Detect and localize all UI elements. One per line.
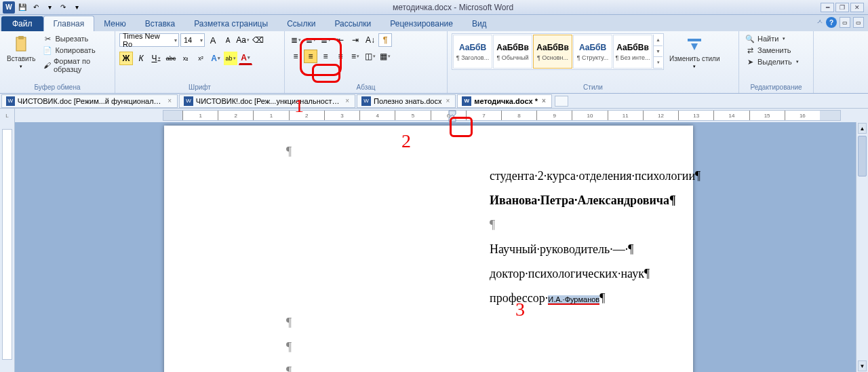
tab-view[interactable]: Вид — [462, 16, 496, 31]
borders-icon[interactable]: ▦ — [378, 50, 392, 63]
save-icon[interactable]: 💾 — [16, 1, 28, 14]
minimize-ribbon-icon[interactable]: ㅅ — [816, 17, 823, 28]
change-styles-icon — [685, 35, 704, 54]
styles-gallery[interactable]: АаБбВ¶ Заголов... АаБбВв¶ Обычный АаБбВв… — [452, 33, 664, 70]
tab-menu[interactable]: Меню — [94, 16, 135, 31]
vertical-ruler[interactable] — [0, 122, 15, 372]
align-center-icon[interactable]: ≡ — [304, 50, 317, 63]
ribbon-options-icon[interactable]: ▭ — [840, 17, 850, 28]
change-styles-button[interactable]: Изменить стили ▾ — [667, 33, 722, 71]
tab-layout[interactable]: Разметка страницы — [184, 16, 277, 31]
indent-marker-icon[interactable] — [448, 110, 456, 122]
style-preview: АаБбВ — [459, 43, 486, 52]
close-icon[interactable]: × — [540, 97, 547, 105]
format-painter-button[interactable]: 🖌Формат по образцу — [41, 56, 111, 74]
superscript-button[interactable]: x² — [194, 52, 208, 65]
highlight-icon[interactable]: ab — [224, 52, 237, 65]
doc-tab-label: методичка.docx * — [474, 97, 538, 105]
close-icon[interactable]: × — [444, 97, 451, 105]
file-tab[interactable]: Файл — [1, 16, 43, 31]
help-icon[interactable]: ? — [826, 17, 837, 28]
italic-button[interactable]: К — [134, 52, 148, 65]
undo-icon[interactable]: ↶ — [30, 1, 42, 14]
gallery-down-icon[interactable]: ▼ — [654, 46, 663, 58]
bullets-icon[interactable]: ≣ — [289, 33, 302, 47]
group-font: Times New Ro 14 A A Aa ⌫ Ж К Ч abc x₂ x²… — [115, 31, 285, 93]
qat-more-icon[interactable]: ▾ — [71, 1, 83, 14]
format-label: Формат по образцу — [54, 57, 108, 73]
align-right-icon[interactable]: ≡ — [319, 50, 332, 63]
font-size-combo[interactable]: 14 — [180, 33, 205, 47]
pilcrow-icon[interactable]: ¶ — [378, 33, 392, 47]
grow-font-icon[interactable]: A — [206, 33, 220, 47]
multilevel-icon[interactable]: ≣ — [319, 33, 332, 47]
group-clipboard: Вставить ▾ ✂Вырезать 📄Копировать 🖌Формат… — [0, 31, 115, 93]
tab-home[interactable]: Главная — [43, 16, 95, 31]
change-case-icon[interactable]: Aa — [236, 33, 250, 47]
text-effects-icon[interactable]: A — [209, 52, 222, 65]
sort-icon[interactable]: A↓ — [363, 33, 377, 47]
underline-button[interactable]: Ч — [149, 52, 163, 65]
doc-tab[interactable]: WЧИСТОВИК!.doc [Реж...ункциональности] *… — [179, 94, 355, 108]
style-structure[interactable]: АаБбВ¶ Структу... — [573, 35, 612, 69]
minimize-button[interactable]: ━ — [821, 3, 834, 12]
page[interactable]: ¶студента·2·курса·отделения·психологии¶И… — [164, 126, 693, 372]
gallery-up-icon[interactable]: ▲ — [654, 35, 663, 46]
qat-dropdown-icon[interactable]: ▾ — [43, 1, 56, 14]
horizontal-ruler[interactable]: 1212345678910111213141516 — [163, 110, 841, 121]
shrink-font-icon[interactable]: A — [221, 33, 235, 47]
clear-format-icon[interactable]: ⌫ — [251, 33, 264, 47]
line-spacing-icon[interactable]: ≡ — [349, 50, 362, 63]
tab-mailings[interactable]: Рассылки — [325, 16, 380, 31]
new-doc-tab-icon[interactable] — [555, 96, 568, 107]
scroll-up-icon[interactable]: ▲ — [858, 123, 867, 134]
font-color-icon[interactable]: A — [239, 52, 252, 65]
style-heading[interactable]: АаБбВ¶ Заголов... — [453, 35, 492, 69]
style-preview: АаБбВв — [496, 43, 529, 52]
style-preview: АаБбВ — [579, 43, 606, 52]
scroll-down-icon[interactable]: ▼ — [858, 360, 867, 371]
subscript-button[interactable]: x₂ — [179, 52, 193, 65]
restore-button[interactable]: ❐ — [835, 3, 849, 12]
ribbon-options2-icon[interactable]: ▭ — [853, 17, 864, 28]
tab-references[interactable]: Ссылки — [277, 16, 325, 31]
align-left-icon[interactable]: ≡ — [289, 50, 302, 63]
quick-access-toolbar: W 💾 ↶ ▾ ↷ ▾ — [0, 1, 85, 14]
find-button[interactable]: 🔍Найти▾ — [743, 33, 801, 44]
gallery-scroll[interactable]: ▲▼▾ — [653, 35, 663, 69]
replace-button[interactable]: ⇄Заменить — [743, 45, 801, 56]
decrease-indent-icon[interactable]: ⇤ — [334, 33, 347, 47]
style-preview: АаБбВв — [616, 43, 649, 52]
bold-button[interactable]: Ж — [119, 52, 133, 65]
style-normal[interactable]: АаБбВв¶ Обычный — [493, 35, 532, 69]
shading-icon[interactable]: ◫ — [363, 50, 377, 63]
doc-tab[interactable]: WПолезно знать.docx× — [357, 94, 456, 108]
ruler-corner-icon[interactable]: L — [0, 109, 15, 122]
vertical-scrollbar[interactable]: ▲ ▼ — [856, 122, 868, 372]
style-nospacing[interactable]: АаБбВв¶ Без инте... — [613, 35, 652, 69]
group-paragraph: ≣ ≣ ≣ ⇤ ⇥ A↓ ¶ ≡ ≡ ≡ ≡ ≡ ◫ ▦ Абзац — [285, 31, 448, 93]
copy-button[interactable]: 📄Копировать — [41, 45, 111, 56]
style-body[interactable]: АаБбВв¶ Основн... — [533, 35, 572, 69]
font-name-combo[interactable]: Times New Ro — [119, 33, 179, 47]
doc-tab[interactable]: WЧИСТОВИК.doc [Режим...й функциональност… — [1, 94, 178, 108]
gallery-more-icon[interactable]: ▾ — [654, 57, 663, 69]
scroll-thumb[interactable] — [858, 136, 867, 176]
paste-label: Вставить — [7, 55, 35, 62]
tab-insert[interactable]: Вставка — [136, 16, 185, 31]
paste-icon — [12, 35, 31, 54]
close-icon[interactable]: × — [166, 97, 173, 105]
close-icon[interactable]: × — [344, 97, 351, 105]
select-button[interactable]: ➤Выделить▾ — [743, 56, 801, 67]
cut-button[interactable]: ✂Вырезать — [41, 33, 111, 44]
strike-button[interactable]: abc — [164, 52, 178, 65]
close-button[interactable]: ✕ — [850, 3, 864, 12]
align-justify-icon[interactable]: ≡ — [334, 50, 347, 63]
group-paragraph-label: Абзац — [289, 83, 443, 92]
doc-tab-active[interactable]: Wметодичка.docx *× — [457, 94, 552, 108]
paste-button[interactable]: Вставить ▾ — [4, 33, 38, 71]
numbering-icon[interactable]: ≣ — [304, 33, 317, 47]
increase-indent-icon[interactable]: ⇥ — [349, 33, 362, 47]
tab-review[interactable]: Рецензирование — [380, 16, 462, 31]
redo-icon[interactable]: ↷ — [57, 1, 69, 14]
